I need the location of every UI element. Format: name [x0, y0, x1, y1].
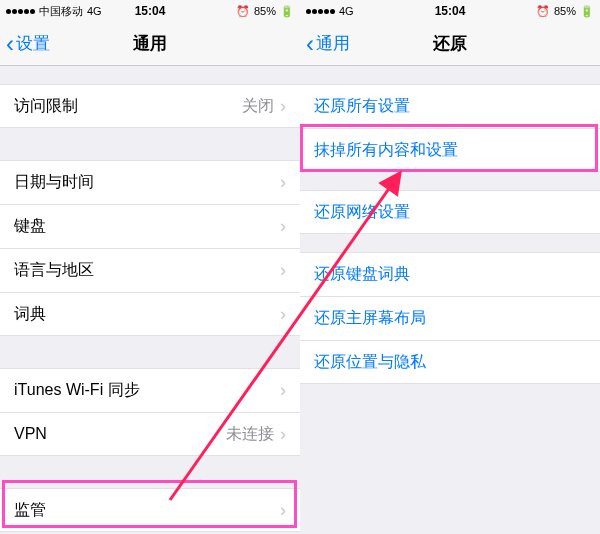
- chevron-left-icon: ‹: [6, 32, 14, 56]
- chevron-right-icon: ›: [280, 380, 286, 401]
- page-title: 还原: [433, 32, 467, 55]
- chevron-right-icon: ›: [280, 172, 286, 193]
- content: 还原所有设置 抹掉所有内容和设置 还原网络设置 还原键盘词典 还原主屏幕布局: [300, 66, 600, 384]
- chevron-right-icon: ›: [280, 500, 286, 521]
- alarm-icon: ⏰: [536, 5, 550, 18]
- cell-label: 键盘: [14, 216, 46, 237]
- cell-label: 抹掉所有内容和设置: [314, 140, 458, 161]
- chevron-left-icon: ‹: [306, 32, 314, 56]
- cell-language-region[interactable]: 语言与地区 ›: [0, 248, 300, 292]
- cell-label: 词典: [14, 304, 46, 325]
- carrier-label: 中国移动: [39, 4, 83, 19]
- back-label: 通用: [316, 32, 350, 55]
- battery-icon: 🔋: [280, 5, 294, 18]
- cell-label: iTunes Wi-Fi 同步: [14, 380, 140, 401]
- content: 访问限制 关闭› 日期与时间 › 键盘 › 语言与地区 ›: [0, 66, 300, 534]
- cell-reset-all-settings[interactable]: 还原所有设置: [300, 84, 600, 128]
- cell-label: 还原网络设置: [314, 202, 410, 223]
- cell-label: 还原键盘词典: [314, 264, 410, 285]
- cell-datetime[interactable]: 日期与时间 ›: [0, 160, 300, 204]
- back-button[interactable]: ‹ 通用: [300, 32, 350, 56]
- statusbar-time: 15:04: [435, 4, 466, 18]
- signal-dots-icon: [306, 9, 335, 14]
- cell-access-restrictions[interactable]: 访问限制 关闭›: [0, 84, 300, 128]
- statusbar: 中国移动 4G 15:04 ⏰ 85% 🔋: [0, 0, 300, 22]
- screen-reset: 4G 15:04 ⏰ 85% 🔋 ‹ 通用 还原 还原所有设置: [300, 0, 600, 534]
- cell-erase-all-content[interactable]: 抹掉所有内容和设置: [300, 128, 600, 172]
- cell-label: 监管: [14, 500, 46, 521]
- cell-reset-location-privacy[interactable]: 还原位置与隐私: [300, 340, 600, 384]
- cell-dictionary[interactable]: 词典 ›: [0, 292, 300, 336]
- chevron-right-icon: ›: [280, 424, 286, 445]
- back-label: 设置: [16, 32, 50, 55]
- cell-reset-network[interactable]: 还原网络设置: [300, 190, 600, 234]
- cell-vpn[interactable]: VPN 未连接›: [0, 412, 300, 456]
- screen-general: 中国移动 4G 15:04 ⏰ 85% 🔋 ‹ 设置 通用 访问限制 关闭›: [0, 0, 300, 534]
- cell-label: 还原所有设置: [314, 96, 410, 117]
- chevron-right-icon: ›: [280, 260, 286, 281]
- navbar: ‹ 通用 还原: [300, 22, 600, 66]
- cell-detail: 关闭: [242, 96, 274, 117]
- cell-label: 语言与地区: [14, 260, 94, 281]
- cell-label: 还原位置与隐私: [314, 352, 426, 373]
- battery-icon: 🔋: [580, 5, 594, 18]
- battery-pct: 85%: [554, 5, 576, 17]
- back-button[interactable]: ‹ 设置: [0, 32, 50, 56]
- statusbar: 4G 15:04 ⏰ 85% 🔋: [300, 0, 600, 22]
- statusbar-left: 中国移动 4G: [6, 4, 102, 19]
- chevron-right-icon: ›: [280, 304, 286, 325]
- alarm-icon: ⏰: [236, 5, 250, 18]
- signal-dots-icon: [6, 9, 35, 14]
- cell-profiles[interactable]: 监管 ›: [0, 488, 300, 532]
- container: 中国移动 4G 15:04 ⏰ 85% 🔋 ‹ 设置 通用 访问限制 关闭›: [0, 0, 600, 534]
- cell-label: 还原主屏幕布局: [314, 308, 426, 329]
- network-label: 4G: [339, 5, 354, 17]
- cell-label: VPN: [14, 425, 47, 443]
- cell-reset-home-layout[interactable]: 还原主屏幕布局: [300, 296, 600, 340]
- chevron-right-icon: ›: [280, 216, 286, 237]
- statusbar-left: 4G: [306, 5, 354, 17]
- cell-keyboard[interactable]: 键盘 ›: [0, 204, 300, 248]
- network-label: 4G: [87, 5, 102, 17]
- cell-label: 日期与时间: [14, 172, 94, 193]
- cell-detail: 未连接: [226, 424, 274, 445]
- navbar: ‹ 设置 通用: [0, 22, 300, 66]
- page-title: 通用: [133, 32, 167, 55]
- cell-label: 访问限制: [14, 96, 78, 117]
- cell-itunes-wifi-sync[interactable]: iTunes Wi-Fi 同步 ›: [0, 368, 300, 412]
- statusbar-right: ⏰ 85% 🔋: [536, 5, 594, 18]
- chevron-right-icon: ›: [280, 96, 286, 117]
- cell-reset-keyboard-dict[interactable]: 还原键盘词典: [300, 252, 600, 296]
- battery-pct: 85%: [254, 5, 276, 17]
- statusbar-time: 15:04: [135, 4, 166, 18]
- statusbar-right: ⏰ 85% 🔋: [236, 5, 294, 18]
